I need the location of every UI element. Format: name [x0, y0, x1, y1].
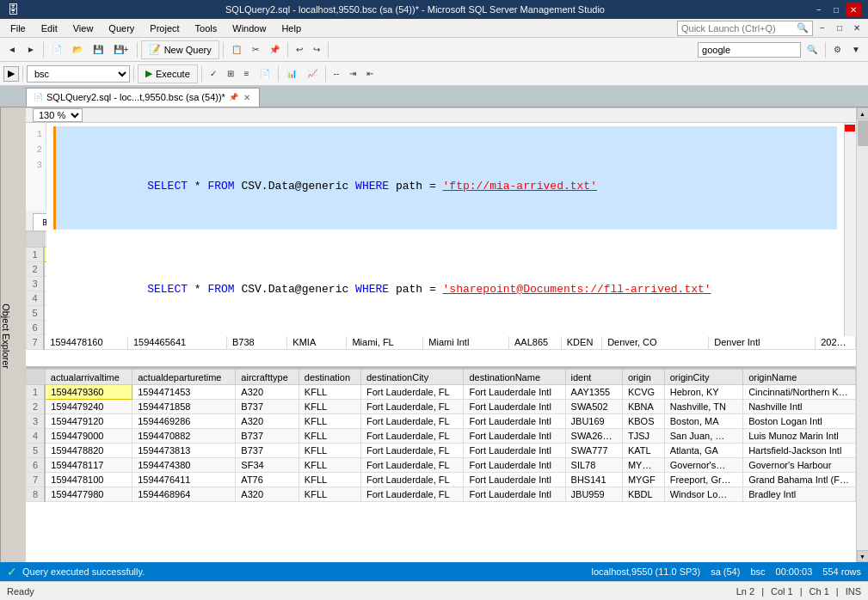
scroll-track[interactable] [857, 119, 869, 550]
search-button[interactable]: 🔍 [803, 40, 822, 59]
row-num-cell: 2 [27, 400, 46, 414]
open-file-button[interactable]: 📂 [68, 40, 87, 59]
grid2-col-destination[interactable]: destination [299, 370, 360, 385]
results-grid-button[interactable]: ⊞ [223, 64, 238, 83]
menu-tools[interactable]: Tools [188, 21, 225, 35]
new-file-button[interactable]: 📄 [47, 40, 66, 59]
show-plan-button[interactable]: 📊 [282, 64, 301, 83]
data-cell: Fort Lauderdale Intl [464, 400, 565, 414]
data-cell: Fort Lauderdale Intl [464, 385, 565, 400]
comment-button[interactable]: -- [329, 64, 344, 83]
data-cell: Fort Lauderdale, FL [360, 487, 463, 502]
table-row: 615944781171594474380SF34KFLLFort Lauder… [27, 458, 856, 473]
results-file-button[interactable]: 📄 [255, 64, 274, 83]
query-tab[interactable]: 📄 SQLQuery2.sql - loc...t,9550.bsc (sa (… [26, 88, 260, 107]
forward-button[interactable]: ► [22, 40, 40, 59]
data-cell: Fort Lauderdale, FL [360, 385, 463, 400]
search-input[interactable] [698, 42, 801, 58]
data-cell: AAY1355 [565, 385, 622, 400]
title-bar-left: 🗄 [7, 3, 19, 16]
scroll-up-btn[interactable]: ▲ [857, 107, 869, 119]
status-left: ✓ Query executed successfully. [7, 565, 145, 579]
paste-button[interactable]: 📌 [265, 40, 284, 59]
status-right: localhost,9550 (11.0 SP3) sa (54) bsc 00… [592, 566, 861, 577]
data-cell: JBU959 [565, 487, 622, 502]
kw-select-2: SELECT [147, 283, 188, 296]
cut-button[interactable]: ✂ [248, 40, 263, 59]
search-icon: 🔍 [797, 22, 809, 34]
save-button[interactable]: 💾 [89, 40, 108, 59]
kw-where-2: WHERE [355, 283, 389, 296]
grid2-col-origincity[interactable]: originCity [664, 370, 742, 385]
error-indicator [845, 125, 855, 132]
database-selector[interactable]: bsc [27, 65, 130, 83]
quick-launch-input[interactable] [681, 23, 793, 34]
grid2-col-destinationname[interactable]: destinationName [464, 370, 565, 385]
restore-button2[interactable]: □ [832, 21, 847, 35]
results-text-button[interactable]: ≡ [240, 64, 254, 83]
outdent-button[interactable]: ⇤ [362, 64, 378, 83]
sql-string-1: 'ftp://mia-arrived.txt' [443, 180, 597, 193]
close-button2[interactable]: ✕ [849, 21, 865, 35]
close-button[interactable]: ✕ [846, 3, 861, 16]
data-table-2: actualarrivaltime actualdeparturetime ai… [26, 369, 856, 502]
undo-button[interactable]: ↩ [292, 40, 307, 59]
grid2-col-aircrafttype[interactable]: aircrafttype [236, 370, 299, 385]
code-editor[interactable]: SELECT * FROM CSV.Data@generic WHERE pat… [46, 123, 844, 336]
result-grid-2[interactable]: actualarrivaltime actualdeparturetime ai… [26, 369, 856, 562]
save-all-button[interactable]: 💾+ [109, 40, 133, 59]
kw-where-1: WHERE [355, 180, 389, 193]
data-cell: Hartsfield-Jackson Intl [743, 444, 856, 458]
grid2-col-arrivaltime[interactable]: actualarrivaltime [45, 370, 132, 385]
execute-label: Execute [156, 69, 190, 79]
execute-button[interactable]: ▶ Execute [138, 64, 198, 83]
data-cell: Luis Munoz Marin Intl [743, 429, 856, 444]
zoom-selector[interactable]: 130 % [33, 108, 83, 122]
more-button[interactable]: ▼ [847, 40, 865, 59]
menu-window[interactable]: Window [225, 21, 273, 35]
zoom-bar: 130 % [26, 107, 856, 123]
copy-button[interactable]: 📋 [227, 40, 246, 59]
title-bar-title: SQLQuery2.sql - localhost,9550.bsc (sa (… [19, 4, 811, 15]
menu-project[interactable]: Project [143, 21, 186, 35]
data-cell: KFLL [299, 385, 360, 400]
show-stats-button[interactable]: 📈 [303, 64, 322, 83]
sep6 [825, 42, 826, 58]
indent-button[interactable]: ⇥ [345, 64, 360, 83]
data-cell: Fort Lauderdale Intl [464, 487, 565, 502]
settings-button[interactable]: ⚙ [829, 40, 846, 59]
db-info: bsc [750, 566, 765, 577]
new-query-button[interactable]: 📝 New Query [141, 40, 219, 59]
data-cell: Fort Lauderdale, FL [360, 400, 463, 414]
sql-field-1: path = [389, 180, 442, 193]
grid2-col-origin[interactable]: origin [622, 370, 664, 385]
data-cell: Cincinnati/Northern Kentucky I… [743, 385, 856, 400]
grid2-col-ident[interactable]: ident [565, 370, 622, 385]
table-row: 315944791201594469286A320KFLLFort Lauder… [27, 414, 856, 429]
grid2-col-destinationcity[interactable]: destinationCity [360, 370, 463, 385]
minimize-button2[interactable]: − [815, 21, 830, 35]
parse-button[interactable]: ✓ [206, 64, 221, 83]
right-scrollbar[interactable]: ▲ ▼ [856, 107, 868, 562]
minimize-button[interactable]: − [811, 3, 827, 16]
menu-query[interactable]: Query [102, 21, 141, 35]
tab-close-button[interactable]: ✕ [242, 92, 252, 102]
grid2-col-originname[interactable]: originName [743, 370, 856, 385]
menu-edit[interactable]: Edit [34, 21, 65, 35]
row-num-cell: 5 [27, 444, 46, 458]
scroll-thumb[interactable] [858, 120, 868, 146]
object-explorer-panel[interactable]: Object Explorer [0, 107, 26, 562]
menu-view[interactable]: View [66, 21, 101, 35]
grid2-col-departuretime[interactable]: actualdeparturetime [132, 370, 236, 385]
data-cell: Fort Lauderdale, FL [360, 458, 463, 473]
scroll-down-btn[interactable]: ▼ [857, 550, 869, 562]
data-cell: TJSJ [622, 429, 664, 444]
menu-file[interactable]: File [3, 21, 33, 35]
data-cell: Denver Intl [709, 335, 816, 350]
editor-right-scrollbar[interactable] [844, 123, 856, 336]
menu-help[interactable]: Help [274, 21, 308, 35]
back-button[interactable]: ◄ [3, 40, 21, 59]
maximize-button[interactable]: □ [828, 3, 844, 16]
redo-button[interactable]: ↪ [309, 40, 324, 59]
status-message: Query executed successfully. [22, 566, 145, 577]
